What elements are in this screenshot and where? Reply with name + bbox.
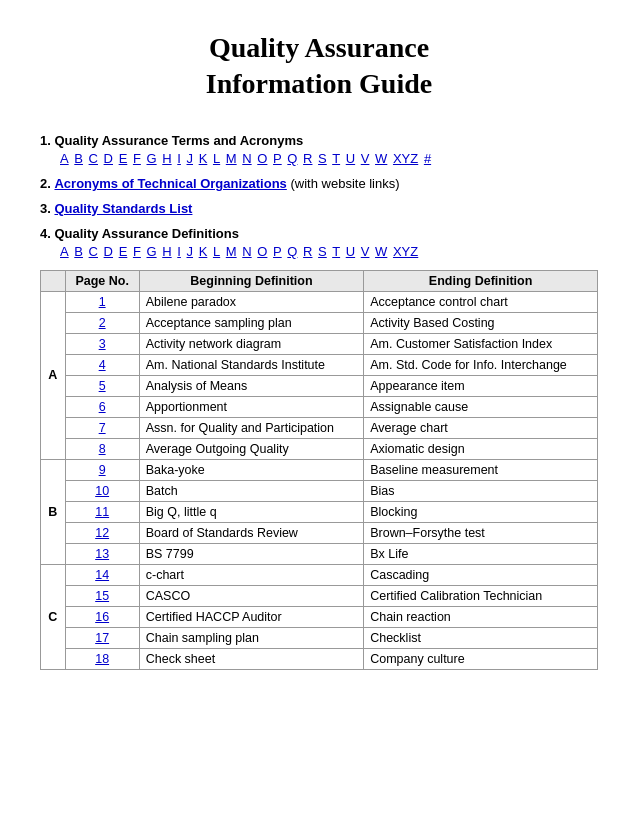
toc-header-1: 1. Quality Assurance Terms and Acronyms (40, 133, 598, 148)
alpha-link-XYZ4[interactable]: XYZ (393, 244, 418, 259)
alpha-link-N1[interactable]: N (242, 151, 251, 166)
alpha-link-F1[interactable]: F (133, 151, 141, 166)
alpha-link-K1[interactable]: K (199, 151, 208, 166)
beginning-def: Big Q, little q (139, 501, 363, 522)
alpha-link-K4[interactable]: K (199, 244, 208, 259)
beginning-def: Average Outgoing Quality (139, 438, 363, 459)
alpha-link-V4[interactable]: V (361, 244, 370, 259)
page-link[interactable]: 12 (95, 526, 109, 540)
alpha-link-J4[interactable]: J (187, 244, 194, 259)
title-section: Quality Assurance Information Guide (40, 20, 598, 103)
page-link[interactable]: 5 (99, 379, 106, 393)
alpha-link-H1[interactable]: H (162, 151, 171, 166)
ending-def: Cascading (364, 564, 598, 585)
alpha-link-hash1[interactable]: # (424, 151, 431, 166)
beginning-def: Certified HACCP Auditor (139, 606, 363, 627)
alpha-link-G1[interactable]: G (147, 151, 157, 166)
page-number: 3 (65, 333, 139, 354)
alpha-link-W4[interactable]: W (375, 244, 387, 259)
table-row: 18Check sheetCompany culture (41, 648, 598, 669)
alpha-link-U4[interactable]: U (346, 244, 355, 259)
definitions-table-section: Page No. Beginning Definition Ending Def… (40, 270, 598, 670)
alpha-link-M4[interactable]: M (226, 244, 237, 259)
alpha-link-E1[interactable]: E (119, 151, 128, 166)
alpha-link-N4[interactable]: N (242, 244, 251, 259)
table-row: C14c-chartCascading (41, 564, 598, 585)
toc-label-1: Quality Assurance Terms and Acronyms (54, 133, 303, 148)
alpha-link-I4[interactable]: I (177, 244, 181, 259)
alpha-link-M1[interactable]: M (226, 151, 237, 166)
toc-link-3[interactable]: Quality Standards List (54, 201, 192, 216)
page-link[interactable]: 11 (95, 505, 109, 519)
alpha-link-C1[interactable]: C (89, 151, 98, 166)
page-link[interactable]: 16 (95, 610, 109, 624)
alpha-link-W1[interactable]: W (375, 151, 387, 166)
alpha-link-R4[interactable]: R (303, 244, 312, 259)
toc-link-2[interactable]: Acronyms of Technical Organizations (54, 176, 286, 191)
table-row: B9Baka-yokeBaseline measurement (41, 459, 598, 480)
page-link[interactable]: 6 (99, 400, 106, 414)
alpha-link-L1[interactable]: L (213, 151, 220, 166)
page-link[interactable]: 2 (99, 316, 106, 330)
alpha-link-I1[interactable]: I (177, 151, 181, 166)
alpha-link-Q4[interactable]: Q (287, 244, 297, 259)
alpha-link-D4[interactable]: D (104, 244, 113, 259)
toc-header-4: 4. Quality Assurance Definitions (40, 226, 598, 241)
page-link[interactable]: 7 (99, 421, 106, 435)
beginning-def: BS 7799 (139, 543, 363, 564)
alpha-link-A1[interactable]: A (60, 151, 69, 166)
page-link[interactable]: 9 (99, 463, 106, 477)
alpha-link-A4[interactable]: A (60, 244, 69, 259)
alpha-link-H4[interactable]: H (162, 244, 171, 259)
alpha-link-F4[interactable]: F (133, 244, 141, 259)
ending-def: Brown–Forsythe test (364, 522, 598, 543)
alpha-link-XYZ1[interactable]: XYZ (393, 151, 418, 166)
alpha-link-J1[interactable]: J (187, 151, 194, 166)
page-number: 10 (65, 480, 139, 501)
alpha-link-C4[interactable]: C (89, 244, 98, 259)
alpha-link-G4[interactable]: G (147, 244, 157, 259)
ending-def: Activity Based Costing (364, 312, 598, 333)
table-row: 15CASCOCertified Calibration Technician (41, 585, 598, 606)
page-link[interactable]: 18 (95, 652, 109, 666)
page-number: 5 (65, 375, 139, 396)
letter-cell: A (41, 291, 66, 459)
beginning-def: Assn. for Quality and Participation (139, 417, 363, 438)
alpha-link-S4[interactable]: S (318, 244, 327, 259)
page-link[interactable]: 13 (95, 547, 109, 561)
alpha-link-E4[interactable]: E (119, 244, 128, 259)
toc-number-4: 4. (40, 226, 51, 241)
beginning-def: Analysis of Means (139, 375, 363, 396)
page-link[interactable]: 1 (99, 295, 106, 309)
alpha-link-B1[interactable]: B (74, 151, 83, 166)
page-link[interactable]: 17 (95, 631, 109, 645)
letter-cell: B (41, 459, 66, 564)
alpha-link-V1[interactable]: V (361, 151, 370, 166)
alpha-link-Q1[interactable]: Q (287, 151, 297, 166)
alpha-link-B4[interactable]: B (74, 244, 83, 259)
alpha-link-L4[interactable]: L (213, 244, 220, 259)
alpha-link-P4[interactable]: P (273, 244, 282, 259)
beginning-def: Baka-yoke (139, 459, 363, 480)
alpha-link-T1[interactable]: T (332, 151, 340, 166)
page-link[interactable]: 14 (95, 568, 109, 582)
page-link[interactable]: 10 (95, 484, 109, 498)
ending-def: Chain reaction (364, 606, 598, 627)
page-number: 1 (65, 291, 139, 312)
page-link[interactable]: 3 (99, 337, 106, 351)
title-line1: Quality Assurance (209, 32, 429, 63)
alpha-link-S1[interactable]: S (318, 151, 327, 166)
toc-suffix-2: (with website links) (290, 176, 399, 191)
alpha-link-P1[interactable]: P (273, 151, 282, 166)
alpha-link-R1[interactable]: R (303, 151, 312, 166)
page-link[interactable]: 15 (95, 589, 109, 603)
alpha-link-O4[interactable]: O (257, 244, 267, 259)
table-row: 16Certified HACCP AuditorChain reaction (41, 606, 598, 627)
page-link[interactable]: 4 (99, 358, 106, 372)
alpha-link-T4[interactable]: T (332, 244, 340, 259)
ending-def: Bx Life (364, 543, 598, 564)
alpha-link-U1[interactable]: U (346, 151, 355, 166)
alpha-link-D1[interactable]: D (104, 151, 113, 166)
alpha-link-O1[interactable]: O (257, 151, 267, 166)
page-link[interactable]: 8 (99, 442, 106, 456)
